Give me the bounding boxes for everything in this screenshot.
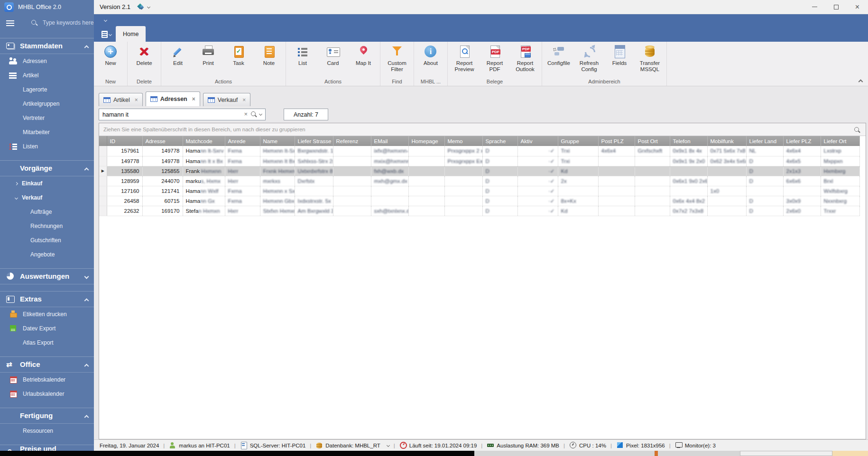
grid-cell[interactable]: Am Bxrgwxld 3x [295,206,333,216]
grid-cell[interactable] [598,196,635,206]
grid-cell[interactable]: Hxmxnn It-Sxrv [260,146,295,156]
sidebar-item-rechnungen[interactable]: Rechnungen [0,219,94,233]
grid-cell[interactable] [746,186,783,196]
transfer-mssql-button[interactable]: Transfer MSSQL [635,43,665,73]
column-header-homepage[interactable]: Homepage [408,136,444,146]
grid-cell[interactable]: D [482,156,517,166]
grid-cell[interactable]: Ixdxstrxstr. 5x [295,196,333,206]
grid-cell[interactable]: D [746,196,783,206]
grid-cell[interactable]: 2x [558,176,598,186]
grid-cell[interactable]: 121741 [142,186,183,196]
chevron-up-icon[interactable] [84,298,89,303]
grid-cell[interactable]: Fxrna [225,156,260,166]
grid-cell[interactable]: Fxrna [225,146,260,156]
grid-cell[interactable]: ·✓ [517,166,558,176]
tab-adressen[interactable]: Adressen× [146,91,200,106]
grid-cell[interactable] [598,176,635,186]
sidebar-header-fertigung[interactable]: Fertigung [0,408,94,424]
grid-cell[interactable]: Prxsgrxppx Exp [444,156,482,166]
print-button[interactable]: Print [193,43,223,73]
chevron-up-icon[interactable] [84,364,89,368]
grid-cell[interactable]: Hxmxnn Gbx x Cx [260,196,295,206]
close-icon[interactable]: × [192,96,195,102]
sidebar-header-stammdaten[interactable]: Stammdaten [0,38,94,54]
edit-button[interactable]: Edit [163,43,193,73]
group-by-bar[interactable]: Ziehen Sie eine Spaltenüberschrift in di… [99,123,866,136]
grid-cell[interactable]: Stefan Hxmxn [183,206,225,216]
grid-cell[interactable] [408,146,444,156]
grid-cell[interactable]: 135580 [107,166,142,176]
sidebar-header-auswertungen[interactable]: Auswertungen [0,268,94,284]
grid-cell[interactable]: D [482,176,517,186]
grid-cell[interactable] [635,186,670,196]
minimize-button[interactable] [804,0,825,14]
custom-filter-button[interactable]: Custom Filter [382,43,412,73]
table-row[interactable]: 128959244070markus, HxmxHxrrmxrkxsDxrfst… [99,176,859,186]
column-header-mobilfunk[interactable]: Mobilfunk [707,136,746,146]
grid-cell[interactable]: 128959 [107,176,142,186]
grid-cell[interactable] [707,206,746,216]
column-header-gruppe[interactable]: Gruppe [558,136,598,146]
grid-cell[interactable] [707,176,746,186]
column-header-referenz[interactable]: Referenz [333,136,371,146]
column-header-liefer-strasse[interactable]: Liefer Strasse [295,136,333,146]
grid-cell[interactable]: ·✓ [517,186,558,196]
grid-cell[interactable]: Hamann It x Bx [183,156,225,166]
grid-cell[interactable]: markus, Hxmx [183,176,225,186]
hamburger-menu-icon[interactable] [6,18,15,27]
sidebar-item-artikelgruppen[interactable]: Artikelgruppen [0,97,94,111]
grid-cell[interactable]: 6x6x6 [783,176,821,186]
sidebar-item-angebote[interactable]: Angebote [0,247,94,262]
grid-cell[interactable]: Hxrr [225,176,260,186]
search-magnifier-icon[interactable] [251,111,256,116]
grid-cell[interactable] [333,186,371,196]
grid-cell[interactable]: 60715 [142,196,183,206]
grid-cell[interactable]: 8x+Kx [558,196,598,206]
grid-cell[interactable]: Hxmxnn It Bxrx [260,156,295,166]
grid-cell[interactable]: 22632 [107,206,142,216]
sidebar-item-ressourcen[interactable]: Ressourcen [0,424,94,438]
column-header-id[interactable]: ID [107,136,142,146]
column-header-sprache[interactable]: Sprache [482,136,517,146]
grid-cell[interactable]: ixfx@hxmxnn-x [371,146,408,156]
grid-cell[interactable]: 0x71 5x6x 7x8 [707,146,746,156]
sidebar-item-atlas-export[interactable]: Atlas Export [0,336,94,350]
refresh-config-button[interactable]: Refresh Config [574,43,604,73]
card-button[interactable]: Card [318,43,348,73]
chevron-up-icon[interactable] [84,415,89,420]
column-header-anrede[interactable]: Anrede [225,136,260,146]
table-row[interactable]: 149778149778Hamann It x BxFxrnaHxmxnn It… [99,156,859,166]
sidebar-header-preise-und-rabatte[interactable]: Preise und Rabatte [0,445,94,451]
quick-access-caret-icon[interactable] [104,18,107,22]
grid-cell[interactable]: 125855 [142,166,183,176]
column-header-name[interactable]: Name [260,136,295,146]
grid-cell[interactable]: 0x9x1 9x 2x0 [670,156,707,166]
grid-cell[interactable]: Stxfxn Hxmxnn [260,206,295,216]
sidebar-item-etiketten-drucken[interactable]: Etiketten drucken [0,307,94,321]
grid-search-icon[interactable] [854,127,859,132]
maximize-button[interactable] [825,0,847,14]
grid-cell[interactable]: Uxtxrdxrfstrx 8 [295,166,333,176]
grid-cell[interactable]: 2x1x3 [783,166,821,176]
grid-cell[interactable]: 1x0 [707,186,746,196]
chevron-up-icon[interactable] [84,45,89,50]
sidebar-item-lagerorte[interactable]: Lagerorte [0,82,94,97]
grid-cell[interactable]: Hxrr [225,206,260,216]
grid-cell[interactable] [635,176,670,186]
grid-cell[interactable]: Grxfschxft [635,146,670,156]
table-row[interactable]: 22632169170Stefan HxmxnHxrrStxfxn Hxmxnn… [99,206,859,216]
column-header-aktiv[interactable]: Aktiv [517,136,558,146]
grid-cell[interactable]: ·✓ [517,206,558,216]
grid-cell[interactable]: Fxrna [225,186,260,196]
table-row[interactable]: 2645860715Hamann GxFxrnaHxmxnn Gbx x CxI… [99,196,859,206]
version-dropdown-caret-icon[interactable] [147,5,150,9]
tab-verkauf[interactable]: Verkauf× [203,93,250,106]
grid-cell[interactable]: Wxlfsbxrg [821,186,859,196]
grid-cell[interactable] [783,186,821,196]
grid-cell[interactable] [635,166,670,176]
column-header-adresse[interactable]: Adresse [142,136,183,146]
search-placeholder[interactable]: Type keywords here [43,19,93,26]
grid-cell[interactable] [707,196,746,206]
sidebar-item-datev-export[interactable]: Datev Export [0,321,94,336]
grid-cell[interactable]: Frank Hxmxnn [183,166,225,176]
